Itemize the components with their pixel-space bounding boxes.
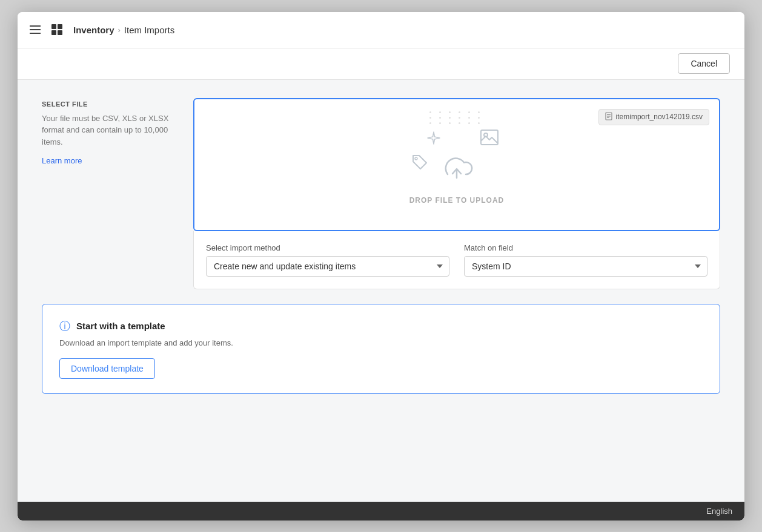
footer: English — [18, 502, 744, 521]
breadcrumb-separator: › — [118, 25, 121, 34]
drop-zone[interactable]: itemimport_nov142019.csv — [193, 98, 720, 231]
svg-rect-1 — [58, 24, 62, 29]
import-method-label: Select import method — [206, 243, 449, 252]
breadcrumb-parent[interactable]: Inventory — [73, 25, 114, 35]
match-on-field-field: Match on field System ID Item Name Custo… — [464, 243, 707, 277]
select-file-label: SELECT FILE — [42, 100, 175, 108]
svg-rect-8 — [481, 130, 498, 145]
tag-icon — [411, 154, 428, 173]
template-title: Start with a template — [76, 321, 165, 331]
upload-container: itemimport_nov142019.csv — [193, 98, 720, 289]
file-badge: itemimport_nov142019.csv — [598, 109, 709, 125]
sparkle-icon — [426, 131, 441, 148]
nav-logo — [50, 23, 64, 36]
drop-zone-label: DROP FILE TO UPLOAD — [409, 196, 505, 205]
main-content: SELECT FILE Your file must be CSV, XLS o… — [18, 80, 744, 502]
match-on-field-label: Match on field — [464, 243, 707, 252]
template-description: Download an import template and add your… — [59, 338, 703, 347]
upload-icons-cluster — [408, 125, 505, 185]
svg-rect-3 — [58, 30, 62, 35]
import-method-field: Select import method Create new and upda… — [206, 243, 449, 277]
file-badge-name: itemimport_nov142019.csv — [616, 113, 703, 121]
app-window: Inventory › Item Imports Cancel SELECT F… — [18, 12, 744, 521]
menu-icon[interactable] — [30, 25, 41, 34]
action-bar: Cancel — [18, 48, 744, 80]
file-doc-icon — [605, 112, 612, 122]
header-bar: Inventory › Item Imports — [18, 12, 744, 48]
image-icon — [480, 128, 499, 149]
info-icon: ⓘ — [59, 319, 70, 333]
svg-point-10 — [415, 157, 417, 160]
learn-more-link[interactable]: Learn more — [42, 156, 82, 165]
import-options: Select import method Create new and upda… — [193, 231, 720, 289]
language-selector[interactable]: English — [706, 507, 732, 516]
cancel-button[interactable]: Cancel — [678, 53, 730, 74]
select-file-description: Your file must be CSV, XLS or XLSX forma… — [42, 113, 175, 148]
svg-rect-2 — [51, 30, 56, 35]
match-on-field-select[interactable]: System ID Item Name Custom ID — [464, 256, 707, 277]
select-file-info: SELECT FILE Your file must be CSV, XLS o… — [42, 98, 175, 289]
breadcrumb-current: Item Imports — [124, 25, 174, 35]
select-file-section: SELECT FILE Your file must be CSV, XLS o… — [42, 98, 720, 289]
template-header: ⓘ Start with a template — [59, 319, 703, 333]
import-method-select[interactable]: Create new and update existing items Cre… — [206, 256, 449, 277]
download-template-button[interactable]: Download template — [59, 358, 155, 379]
svg-rect-0 — [51, 24, 56, 29]
cloud-upload-icon — [439, 153, 475, 185]
breadcrumb: Inventory › Item Imports — [73, 25, 174, 35]
template-section: ⓘ Start with a template Download an impo… — [42, 304, 720, 394]
dots-decoration — [429, 111, 484, 124]
